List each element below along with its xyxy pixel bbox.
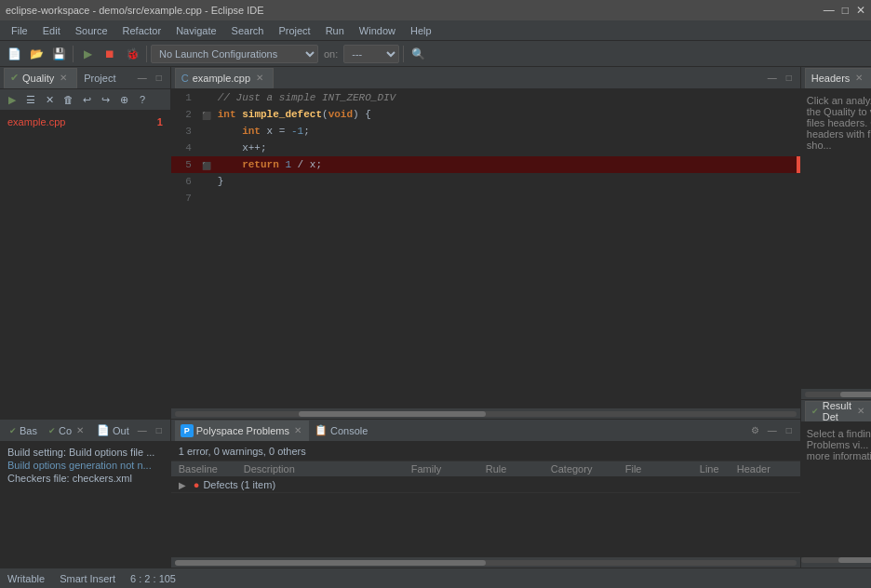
left-panel: ✔ Quality ✕ Project — □ ▶ ☰ ✕ 🗑 ↩ ↪ ⊕ ? [0, 67, 171, 568]
expand-icon-0[interactable]: ▶ [179, 480, 194, 490]
q-run-btn[interactable]: ▶ [4, 91, 20, 108]
right-headers-hscroll[interactable] [801, 388, 871, 399]
line-num-5: 5 [171, 156, 199, 173]
code-table: 1 // Just a simple INT_ZERO_DIV 2 ⬛ int … [171, 89, 800, 207]
result-text: Select a finding in the Problems vi... t… [807, 428, 871, 461]
col-family: Family [411, 463, 486, 474]
quality-tab-close[interactable]: ✕ [58, 73, 69, 83]
result-hscroll[interactable] [801, 556, 871, 568]
editor-hscroll[interactable] [171, 408, 800, 419]
maximize-panel-btn[interactable]: □ [152, 71, 167, 86]
col-baseline: Baseline [179, 463, 244, 474]
co-tab-close[interactable]: ✕ [74, 425, 86, 435]
code-row-1: 1 // Just a simple INT_ZERO_DIV [171, 89, 800, 106]
menu-item-help[interactable]: Help [403, 23, 439, 38]
minimize-btn[interactable]: — [824, 4, 835, 17]
out-icon: 📄 [97, 424, 110, 436]
tab-out[interactable]: 📄 Out [91, 421, 135, 441]
bl-min-btn[interactable]: — [135, 423, 150, 438]
titlebar-controls: — □ ✕ [824, 4, 865, 17]
editor-tab-bar: C example.cpp ✕ — □ [171, 67, 800, 89]
run-btn[interactable]: ▶ [77, 44, 98, 64]
menu-item-window[interactable]: Window [352, 23, 403, 38]
tab-quality[interactable]: ✔ Quality ✕ [4, 68, 77, 88]
line-marker-6 [199, 173, 214, 190]
line-num-1: 1 [171, 89, 199, 106]
error-icon-2: ⬛ [202, 112, 211, 120]
q-delete-btn[interactable]: 🗑 [60, 91, 76, 108]
editor-min-btn[interactable]: — [765, 71, 780, 86]
bl-max-btn[interactable]: □ [152, 423, 167, 438]
tab-polyspace-problems[interactable]: P Polyspace Problems ✕ [175, 421, 309, 441]
bottom-editor-controls: ⚙ — □ [748, 423, 797, 438]
tab-result-det[interactable]: ✔ Result Det ✕ [805, 401, 871, 421]
headers-text: Click an analyzed file in the Quality to… [807, 95, 871, 151]
q-add-btn[interactable]: ⊕ [115, 91, 132, 108]
tab-headers[interactable]: Headers ✕ [805, 68, 871, 88]
maximize-btn[interactable]: □ [842, 4, 849, 17]
col-line: Line [700, 463, 737, 474]
line-num-7: 7 [171, 190, 199, 207]
right-hscroll-thumb[interactable] [840, 392, 871, 397]
problems-hscroll[interactable] [171, 556, 800, 568]
separator-1 [73, 46, 74, 62]
new-btn[interactable]: 📄 [4, 44, 24, 64]
tab-co[interactable]: ✔ Co ✕ [43, 421, 91, 441]
problem-row-0[interactable]: ▶ ● Defects (1 item) [171, 477, 800, 493]
menu-item-edit[interactable]: Edit [35, 23, 68, 38]
open-btn[interactable]: 📂 [26, 44, 47, 64]
bottom-left-controls: — □ [135, 423, 167, 438]
save-btn[interactable]: 💾 [48, 44, 69, 64]
problems-tab-close[interactable]: ✕ [292, 425, 303, 435]
q-refresh-btn[interactable]: ↩ [78, 91, 95, 108]
result-tab-close[interactable]: ✕ [855, 406, 866, 416]
editor-area: C example.cpp ✕ — □ 1 // Just a simple I… [171, 67, 801, 568]
menu-item-refactor[interactable]: Refactor [115, 23, 169, 38]
tab-example-cpp[interactable]: C example.cpp ✕ [175, 68, 274, 88]
q-list-btn[interactable]: ☰ [22, 91, 39, 108]
tab-project[interactable]: Project [77, 68, 124, 88]
menu-item-search[interactable]: Search [224, 23, 272, 38]
menu-item-file[interactable]: File [4, 23, 35, 38]
line-code-1: // Just a simple INT_ZERO_DIV [214, 89, 800, 106]
menu-item-run[interactable]: Run [318, 23, 352, 38]
be-max-btn[interactable]: □ [782, 423, 797, 438]
minimize-panel-btn[interactable]: — [135, 71, 150, 86]
launch-config-combo[interactable]: No Launch Configurations [151, 45, 318, 63]
be-filter-btn[interactable]: ⚙ [748, 423, 763, 438]
result-tab-bar: ✔ Result Det ✕ ? — □ [801, 400, 871, 422]
on-combo[interactable]: --- [343, 45, 399, 63]
headers-tab-close[interactable]: ✕ [853, 73, 864, 83]
stop-btn[interactable]: ⏹ [100, 44, 120, 64]
close-btn[interactable]: ✕ [856, 4, 865, 17]
editor-tab-close[interactable]: ✕ [254, 73, 265, 83]
be-min-btn[interactable]: — [765, 423, 780, 438]
q-clear-btn[interactable]: ✕ [41, 91, 58, 108]
file-count-0: 1 [157, 116, 163, 127]
cpp-icon: C [181, 73, 189, 84]
editor-max-btn[interactable]: □ [782, 71, 797, 86]
title-text: eclipse-workspace - demo/src/example.cpp… [6, 5, 264, 16]
col-rule: Rule [486, 463, 551, 474]
code-row-6: 6 } [171, 173, 800, 190]
bottom-left-panel: ✔ Bas ✔ Co ✕ 📄 Out — □ Build setti [0, 419, 170, 568]
tab-bas[interactable]: ✔ Bas [4, 421, 43, 441]
menu-item-navigate[interactable]: Navigate [168, 23, 223, 38]
menu-item-source[interactable]: Source [68, 23, 115, 38]
line-marker-5: ⬛ [199, 156, 214, 173]
q-refresh2-btn[interactable]: ↪ [97, 91, 114, 108]
tab-console[interactable]: 📋 Console [309, 421, 373, 441]
q-help-btn[interactable]: ? [134, 91, 151, 108]
code-row-2: 2 ⬛ int simple_defect(void) { [171, 106, 800, 123]
result-hscroll-thumb[interactable] [838, 557, 871, 563]
right-hscroll-track [805, 392, 871, 397]
debug-btn[interactable]: 🐞 [122, 44, 142, 64]
problems-hscroll-thumb[interactable] [175, 560, 486, 566]
menu-item-project[interactable]: Project [271, 23, 317, 38]
polyspace-icon: P [181, 424, 194, 437]
search-btn[interactable]: 🔍 [408, 44, 428, 64]
file-entry-0[interactable]: example.cpp 1 [4, 114, 167, 129]
code-editor[interactable]: 1 // Just a simple INT_ZERO_DIV 2 ⬛ int … [171, 89, 800, 408]
hscroll-thumb[interactable] [299, 411, 485, 417]
build-line-1[interactable]: Build options generation not n... [7, 459, 163, 472]
